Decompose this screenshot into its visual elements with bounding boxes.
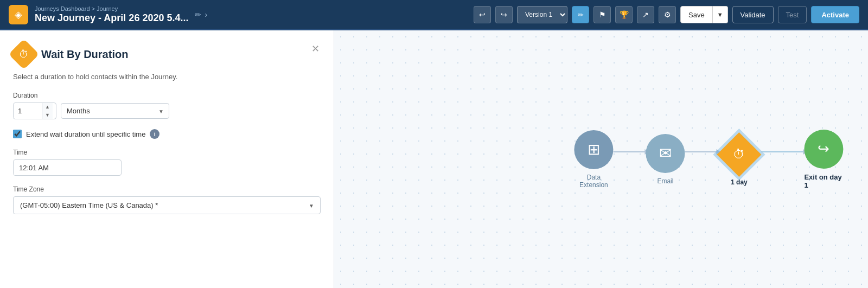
title-edit-icons: ✏ › [195, 10, 207, 19]
logo-icon: ◈ [15, 9, 22, 21]
exit-label: Exit on day 1 [804, 173, 843, 189]
grid-icon: ⊞ [588, 140, 600, 158]
trophy-icon: 🏆 [620, 10, 629, 19]
panel-title: Wait By Duration [41, 48, 128, 61]
time-group: Time 🕐 [13, 149, 321, 176]
clock-icon: ⏱ [19, 49, 29, 60]
duration-unit-select[interactable]: Minutes Hours Days Weeks Months [61, 103, 169, 119]
node-exit[interactable]: ↪ Exit on day 1 [804, 130, 843, 189]
node-email[interactable]: ✉ Email [646, 134, 685, 185]
edit-icon: ✏ [578, 11, 584, 19]
duration-group: Duration ▲ ▼ Minutes Hours Days Weeks [13, 92, 321, 119]
export-icon: ↗ [642, 10, 649, 19]
duration-number-input-wrap: ▲ ▼ [13, 103, 56, 119]
email-label: Email [657, 177, 673, 185]
timezone-group: Time Zone (GMT-05:00) Eastern Time (US &… [13, 185, 321, 214]
exit-arrow-icon: ↪ [818, 140, 829, 157]
validate-button[interactable]: Validate [732, 6, 774, 23]
timezone-label: Time Zone [13, 185, 321, 193]
extend-checkbox-label: Extend wait duration until specific time [26, 130, 145, 138]
time-input[interactable] [14, 161, 116, 175]
panel-description: Select a duration to hold contacts withi… [13, 73, 321, 81]
wait-diamond: ⏱ [717, 132, 761, 176]
extend-checkbox-row: Extend wait duration until specific time… [13, 129, 321, 139]
connector-line-3 [761, 151, 804, 152]
app-logo: ◈ [9, 5, 28, 24]
close-button[interactable]: ✕ [308, 41, 323, 56]
undo-icon: ↩ [479, 10, 486, 19]
spinner-down-button[interactable]: ▼ [42, 111, 53, 119]
envelope-icon: ✉ [659, 144, 672, 162]
trophy-button[interactable]: 🏆 [615, 6, 633, 23]
email-icon: ✉ [646, 134, 685, 173]
wait-by-duration-panel: ⏱ Wait By Duration ✕ Select a duration t… [0, 30, 334, 288]
connector-2 [685, 151, 717, 152]
panel-icon: ⏱ [9, 39, 40, 70]
undo-button[interactable]: ↩ [474, 6, 491, 23]
connector-3 [761, 151, 804, 152]
chevron-right-icon: › [205, 10, 207, 19]
exit-icon: ↪ [804, 130, 843, 169]
duration-number-input[interactable] [14, 104, 42, 118]
test-button[interactable]: Test [778, 6, 807, 23]
wait-node-wrap: ⏱ [717, 133, 761, 176]
pencil-icon[interactable]: ✏ [195, 10, 201, 19]
gear-icon: ⚙ [664, 10, 671, 19]
node-wait[interactable]: ⏱ 1 day [717, 133, 761, 186]
number-spinners: ▲ ▼ [42, 103, 53, 119]
timezone-select-wrap: (GMT-05:00) Eastern Time (US & Canada) *… [13, 196, 321, 214]
journey-flow: ⊞ Data Extension ✉ Email [574, 130, 843, 189]
redo-button[interactable]: ↪ [495, 6, 513, 23]
version-select[interactable]: Version 1 [517, 6, 567, 23]
wait-sublabel: 1 day [731, 178, 748, 186]
breadcrumb: Journeys Dashboard > Journey [35, 5, 188, 12]
activate-button[interactable]: Activate [811, 6, 859, 23]
connector-line-2 [685, 151, 717, 152]
spinner-up-button[interactable]: ▲ [42, 103, 53, 111]
duration-label: Duration [13, 92, 321, 99]
connector-1 [613, 151, 646, 152]
connector-line-1 [613, 151, 646, 152]
panel-header: ⏱ Wait By Duration [13, 43, 321, 65]
wait-clock-icon: ⏱ [733, 148, 745, 162]
clock-input-icon[interactable]: 🕐 [116, 160, 122, 175]
redo-icon: ↪ [501, 10, 507, 19]
duration-row: ▲ ▼ Minutes Hours Days Weeks Months [13, 103, 321, 119]
time-input-wrap: 🕐 [13, 159, 122, 176]
save-group: Save ▼ [680, 6, 728, 23]
edit-mode-button[interactable]: ✏ [572, 6, 589, 23]
export-button[interactable]: ↗ [637, 6, 654, 23]
info-icon[interactable]: i [150, 129, 159, 139]
app-header: ◈ Journeys Dashboard > Journey New Journ… [0, 0, 868, 30]
flag-button[interactable]: ⚑ [593, 6, 611, 23]
main-layout: ⏱ Wait By Duration ✕ Select a duration t… [0, 30, 868, 288]
data-extension-icon: ⊞ [574, 130, 613, 169]
save-button[interactable]: Save [680, 6, 713, 23]
timezone-select[interactable]: (GMT-05:00) Eastern Time (US & Canada) *… [13, 196, 321, 214]
duration-unit-select-wrap: Minutes Hours Days Weeks Months [61, 103, 169, 119]
data-extension-label: Data Extension [574, 174, 613, 189]
info-symbol: i [154, 131, 156, 137]
settings-button[interactable]: ⚙ [659, 6, 676, 23]
flag-icon: ⚑ [599, 10, 606, 19]
node-data-extension[interactable]: ⊞ Data Extension [574, 130, 613, 189]
journey-title: New Journey - April 26 2020 5.4... [35, 12, 188, 24]
extend-checkbox[interactable] [13, 130, 22, 138]
save-caret-button[interactable]: ▼ [713, 6, 728, 23]
time-label: Time [13, 149, 321, 156]
journey-canvas-area: ⊞ Data Extension ✉ Email [334, 30, 868, 288]
header-actions: ↩ ↪ Version 1 ✏ ⚑ 🏆 ↗ ⚙ Save ▼ Validate … [474, 6, 859, 23]
